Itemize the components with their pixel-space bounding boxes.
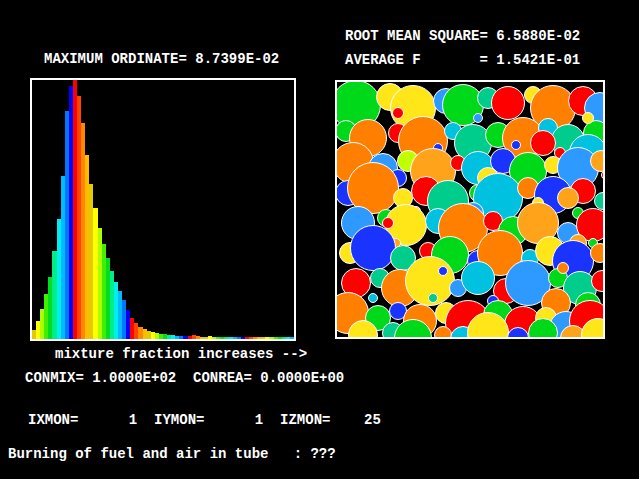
bubble xyxy=(473,113,483,123)
histogram-panel xyxy=(30,78,296,341)
max-ordinate-readout: MAXIMUM ORDINATE= 8.7399E-02 xyxy=(44,52,279,67)
bubble xyxy=(491,86,525,120)
bubble xyxy=(350,225,396,271)
histogram-bars xyxy=(32,80,294,339)
bubble xyxy=(461,261,495,295)
bubble-field xyxy=(337,82,603,337)
average-f-readout: AVERAGE F = 1.5421E-01 xyxy=(345,53,580,68)
bubble xyxy=(511,140,521,150)
case-title: Burning of fuel and air in tube : ??? xyxy=(8,447,336,462)
rms-readout: ROOT MEAN SQUARE= 6.5880E-02 xyxy=(345,29,580,44)
bubble xyxy=(590,243,605,263)
bubble xyxy=(392,107,404,119)
bubble xyxy=(438,266,448,276)
conmix-conrea-readout: CONMIX= 1.0000E+02 CONREA= 0.0000E+00 xyxy=(25,371,344,386)
bubble xyxy=(601,170,605,180)
histogram-caption: mixture fraction increases --> xyxy=(55,347,307,362)
histogram-bar xyxy=(290,337,294,339)
application-screen: MAXIMUM ORDINATE= 8.7399E-02 ROOT MEAN S… xyxy=(0,0,639,479)
bubble xyxy=(428,293,438,303)
bubble xyxy=(434,326,452,339)
monitor-location-readout: IXMON= 1 IYMON= 1 IZMON= 25 xyxy=(28,413,381,428)
bubble xyxy=(557,187,579,209)
bubble xyxy=(368,293,378,303)
bubble xyxy=(582,112,594,124)
bubble xyxy=(557,262,569,274)
bubble-panel xyxy=(335,80,605,339)
bubble xyxy=(590,150,605,172)
